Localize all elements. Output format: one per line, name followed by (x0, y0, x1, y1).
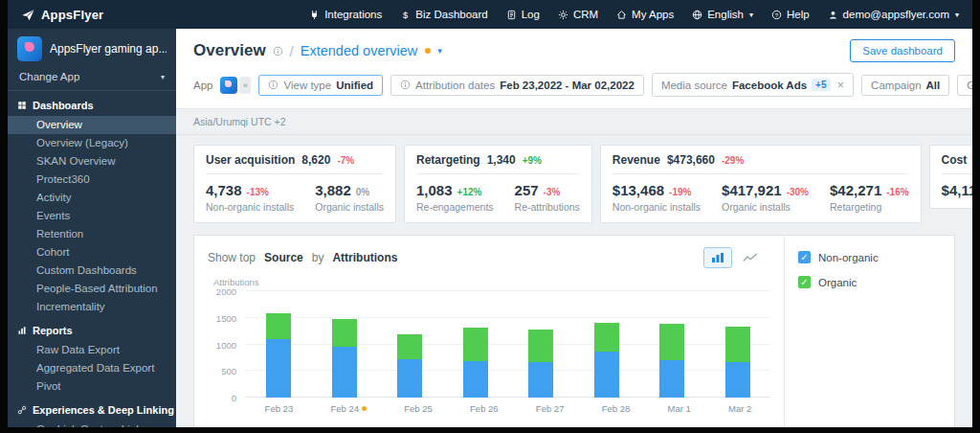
bar-segment-non-organic[interactable] (594, 352, 619, 398)
sidebar-item-overview-legacy[interactable]: Overview (Legacy) (8, 134, 176, 152)
campaign-label: Campaign (871, 80, 921, 91)
nav-item-label: Biz Dashboard (415, 9, 487, 20)
sidebar-item-onelink-custom-links[interactable]: OneLink Custom Links (8, 421, 176, 427)
sidebar-item-overview[interactable]: Overview (8, 116, 176, 134)
nav-item-help[interactable]: ?Help (771, 9, 810, 20)
nav-item-crm[interactable]: CRM (558, 9, 598, 20)
bar-segment-organic[interactable] (594, 323, 619, 352)
sidebar-item-aggregated-data-export[interactable]: Aggregated Data Export (8, 359, 176, 377)
kpi-stat-delta: -13% (247, 187, 269, 197)
dashboard-dropdown-icon[interactable]: ▾ (437, 46, 442, 56)
sidebar-item-people-based-attribution[interactable]: People-Based Attribution (8, 280, 176, 298)
bar-segment-non-organic[interactable] (266, 339, 291, 398)
bar-segment-non-organic[interactable] (463, 361, 488, 398)
geo-filter[interactable]: Geo All (957, 75, 972, 96)
media-source-count-badge[interactable]: +5 (812, 79, 830, 91)
bar-feb-28[interactable] (594, 323, 619, 398)
bar-feb-27[interactable] (528, 330, 553, 398)
appsflyer-logo-icon (21, 8, 35, 22)
bar-segment-non-organic[interactable] (332, 347, 357, 398)
x-tick-label-feb-27: Feb 27 (536, 403, 565, 414)
kpi-card-total-delta: -29% (722, 155, 744, 166)
remove-media-source-icon[interactable]: × (837, 78, 845, 92)
bar-feb-25[interactable] (397, 334, 422, 398)
kpi-stat-delta: -3% (544, 187, 561, 197)
bar-segment-organic[interactable] (332, 319, 357, 347)
sidebar-item-retention[interactable]: Retention (8, 225, 176, 243)
crm-icon (558, 10, 568, 20)
nav-item-biz-dashboard[interactable]: $Biz Dashboard (400, 9, 487, 20)
bar-mar-2[interactable] (725, 327, 750, 398)
attribution-dates-label: Attribution dates (415, 80, 495, 91)
line-chart-toggle-button[interactable] (736, 247, 765, 268)
bar-chart-toggle-button[interactable] (703, 247, 732, 268)
page-header: Overview / Extended overview ▾ Save dash… (176, 29, 972, 109)
kpi-card-title: Retargeting (416, 153, 480, 167)
bar-feb-24[interactable] (332, 319, 357, 398)
appsflyer-logo[interactable]: AppsFlyer (21, 8, 103, 22)
legend-item-non-organic[interactable]: ✓Non-organic (798, 251, 941, 263)
bar-segment-organic[interactable] (266, 313, 291, 339)
bar-segment-organic[interactable] (659, 324, 684, 360)
kpi-stat-delta: -30% (787, 187, 809, 197)
x-tick-label-feb-26: Feb 26 (470, 403, 499, 414)
nav-item-language[interactable]: English▾ (692, 9, 753, 20)
experiences-icon (17, 405, 27, 415)
view-type-filter[interactable]: View type Unified (258, 75, 383, 96)
app-selector[interactable]: AppsFlyer gaming ap... (8, 29, 176, 66)
sidebar-item-events[interactable]: Events (8, 207, 176, 225)
sidebar-item-activity[interactable]: Activity (8, 189, 176, 207)
sidebar-item-raw-data-export[interactable]: Raw Data Export (8, 341, 176, 359)
view-type-value: Unified (336, 80, 373, 91)
nav-item-my-apps[interactable]: My Apps (616, 9, 674, 20)
app-filter[interactable]: « (220, 77, 251, 94)
campaign-filter[interactable]: Campaign All (861, 75, 949, 96)
bar-segment-non-organic[interactable] (725, 362, 750, 398)
sidebar-item-skan-overview[interactable]: SKAN Overview (8, 152, 176, 171)
metric-dropdown[interactable]: Attributions (332, 251, 397, 264)
bar-segment-organic[interactable] (463, 328, 488, 361)
change-app-label: Change App (19, 71, 79, 82)
change-app-dropdown[interactable]: Change App ▾ (8, 66, 176, 91)
bar-segment-organic[interactable] (528, 330, 553, 363)
show-top-source-dropdown[interactable]: Source (264, 251, 303, 264)
kpi-stat-non-organic-installs: $13,468-19%Non-organic installs (612, 182, 701, 213)
nav-item-account[interactable]: demo@appsflyer.com▾ (828, 9, 959, 20)
kpi-card-header: User acquisition8,620-7% (206, 153, 384, 174)
bar-segment-non-organic[interactable] (528, 362, 553, 398)
save-dashboard-button[interactable]: Save dashboard (850, 39, 955, 62)
bar-segment-non-organic[interactable] (659, 360, 684, 398)
app-chip-more-icon: « (239, 77, 251, 94)
overview-info-icon[interactable] (273, 46, 283, 57)
kpi-card-retargeting: Retargeting1,340+9%1,083+12%Re-engagemen… (404, 145, 592, 223)
checkbox-checked-icon[interactable]: ✓ (798, 251, 811, 263)
checkbox-checked-icon[interactable]: ✓ (798, 276, 811, 288)
media-source-value: Facebook Ads (732, 80, 807, 91)
kpi-card-stats: 4,738-13%Non-organic installs3,8820%Orga… (206, 174, 384, 213)
nav-item-integrations[interactable]: Integrations (309, 9, 382, 20)
kpi-stat-label: Re-engagements (416, 201, 494, 213)
sidebar-item-pivot[interactable]: Pivot (8, 377, 176, 396)
nav-item-log[interactable]: Log (506, 9, 540, 20)
sidebar-item-protect360[interactable]: Protect360 (8, 171, 176, 189)
kpi-stat-retargeting: $42,271-16%Retargeting (830, 182, 909, 213)
bar-segment-organic[interactable] (397, 334, 422, 360)
bar-mar-1[interactable] (659, 324, 684, 398)
bar-segment-organic[interactable] (725, 327, 750, 362)
media-source-filter[interactable]: Media source Facebook Ads +5 × (652, 73, 854, 97)
bar-segment-non-organic[interactable] (397, 359, 422, 398)
bar-feb-26[interactable] (463, 328, 488, 398)
attribution-dates-filter[interactable]: Attribution dates Feb 23,2022 - Mar 02,2… (390, 75, 644, 96)
bar-feb-23[interactable] (266, 313, 291, 398)
sidebar-item-incrementality[interactable]: Incrementality (8, 298, 176, 316)
kpi-stat-value: 3,882 (315, 182, 351, 198)
chevron-down-icon: ▾ (955, 11, 959, 19)
dashboard-name[interactable]: Extended overview (301, 43, 418, 58)
kpi-stat-value: 257 (515, 182, 539, 198)
sidebar-item-custom-dashboards[interactable]: Custom Dashboards (8, 262, 176, 280)
view-type-label: View type (283, 80, 331, 91)
legend-item-organic[interactable]: ✓Organic (798, 276, 941, 288)
kpi-stat-label: Organic installs (722, 201, 809, 213)
sidebar-item-cohort[interactable]: Cohort (8, 243, 176, 262)
nav-item-label: English (707, 9, 744, 20)
